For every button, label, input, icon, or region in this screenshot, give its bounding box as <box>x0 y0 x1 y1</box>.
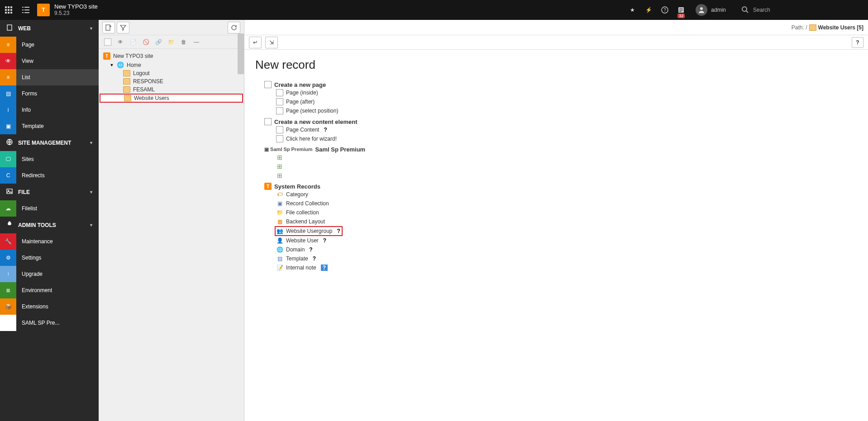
module-item-list[interactable]: ≡List <box>0 69 99 85</box>
record-item[interactable]: ▦Backend Layout <box>255 217 857 226</box>
module-icon: ≡ <box>0 37 16 53</box>
collection-icon: ▣ <box>276 200 283 207</box>
record-item[interactable]: Page Content? <box>255 125 857 134</box>
help-icon[interactable]: ? <box>337 228 340 234</box>
module-group-header[interactable]: FILE▾ <box>0 184 99 200</box>
record-category[interactable]: Create a new content element <box>255 118 857 125</box>
context-help-button[interactable]: ? <box>852 37 863 48</box>
tree-node-website-users[interactable]: Website Users <box>100 94 243 103</box>
chevron-down-icon: ▾ <box>90 140 92 145</box>
svg-rect-24 <box>7 25 12 30</box>
tree-action-link[interactable]: 🔗 <box>153 37 164 47</box>
link-icon: 🔗 <box>155 38 162 46</box>
module-item-page[interactable]: ≡Page <box>0 37 99 53</box>
refresh-tree-button[interactable] <box>228 22 240 33</box>
help-icon[interactable]: ? <box>323 237 326 244</box>
tree-action-folder[interactable]: 📁 <box>166 37 176 47</box>
tree-action-view[interactable]: 👁 <box>115 37 126 47</box>
tree-action-disable[interactable]: 🚫 <box>140 37 151 47</box>
module-group-header[interactable]: SITE MANAGEMENT▾ <box>0 134 99 151</box>
content-icon <box>276 126 283 133</box>
typo3-logo-icon: T <box>37 4 50 16</box>
module-item-environment[interactable]: ≣Environment <box>0 282 99 298</box>
breadcrumb: Path: / Website Users [5] <box>792 24 863 31</box>
export-button[interactable]: ⇲ <box>265 37 278 48</box>
record-item[interactable]: ▣Record Collection <box>255 199 857 208</box>
module-item-forms[interactable]: ▤Forms <box>0 85 99 102</box>
tree-node-response[interactable]: RESPONSE <box>100 77 243 85</box>
record-item[interactable]: ⊞ <box>255 171 857 180</box>
svg-rect-14 <box>24 12 29 13</box>
record-category[interactable]: TSystem Records <box>255 183 857 190</box>
record-item[interactable]: 🏷Category <box>255 190 857 199</box>
help-button[interactable]: ? <box>657 0 673 20</box>
tree-home[interactable]: ▼ 🌐 Home <box>100 61 243 69</box>
module-item-template[interactable]: ▣Template <box>0 118 99 134</box>
tree-action-delete[interactable]: 🗑 <box>178 37 189 47</box>
module-item-extensions[interactable]: 📦Extensions <box>0 298 99 315</box>
module-icon: 🔧 <box>0 233 16 250</box>
svg-rect-12 <box>24 9 29 10</box>
module-item-saml-sp-pre-[interactable]: ◐SAML SP Pre... <box>0 315 99 331</box>
page-icon <box>276 89 283 96</box>
collapse-icon[interactable]: ▼ <box>110 63 114 67</box>
record-item[interactable]: 🌐Domain? <box>255 245 857 254</box>
modules-list-icon[interactable] <box>17 0 34 20</box>
bookmark-button[interactable]: ★ <box>624 0 640 20</box>
module-item-maintenance[interactable]: 🔧Maintenance <box>0 233 99 250</box>
module-item-settings[interactable]: ⚙Settings <box>0 250 99 266</box>
flash-button[interactable]: ⚡ <box>640 0 657 20</box>
site-logo-block[interactable]: T New TYPO3 site 9.5.23 <box>34 4 102 16</box>
module-item-info[interactable]: iInfo <box>0 102 99 118</box>
filter-button[interactable] <box>117 22 129 33</box>
record-item[interactable]: Page (inside) <box>255 88 857 97</box>
search-icon <box>741 6 749 14</box>
help-icon[interactable]: ? <box>309 246 312 253</box>
tree-node-logout[interactable]: Logout <box>100 69 243 77</box>
tree-action-copy[interactable]: 📄 <box>128 37 138 47</box>
record-item[interactable]: Click here for wizard! <box>255 134 857 143</box>
search-input[interactable]: Search <box>732 6 868 14</box>
notifications-button[interactable]: 32 <box>673 0 689 20</box>
tmpl-icon: ▤ <box>276 255 283 262</box>
module-group-header[interactable]: WEB▾ <box>0 20 99 37</box>
svg-rect-1 <box>8 6 10 8</box>
record-item[interactable]: 👥Website Usergroup? <box>275 226 343 236</box>
record-item[interactable]: 📝Internal note? <box>255 263 857 272</box>
module-group-header[interactable]: ADMIN TOOLS▾ <box>0 217 99 233</box>
group-icon <box>6 188 13 196</box>
record-item[interactable]: Page (after) <box>255 97 857 106</box>
tree-action-new[interactable] <box>102 37 113 47</box>
tree-root[interactable]: T New TYPO3 site <box>100 52 243 61</box>
new-content-icon <box>264 118 272 125</box>
user-menu[interactable]: admin <box>689 4 732 16</box>
module-item-view[interactable]: 👁View <box>0 53 99 69</box>
record-category[interactable]: ▣ Saml Sp Premium Saml Sp Premium <box>255 146 857 153</box>
record-item[interactable]: Page (select position) <box>255 106 857 115</box>
record-item[interactable]: ▤Template? <box>255 254 857 263</box>
tree-root-label: New TYPO3 site <box>113 53 153 59</box>
modules-grid-icon[interactable] <box>0 0 17 20</box>
new-page-button[interactable] <box>102 22 115 33</box>
help-icon[interactable]: ? <box>321 265 328 271</box>
group-icon <box>6 139 13 147</box>
module-item-upgrade[interactable]: ↑Upgrade <box>0 266 99 282</box>
help-icon[interactable]: ? <box>324 127 327 133</box>
module-icon: ≣ <box>0 282 16 298</box>
tree-action-divider[interactable]: — <box>191 37 202 47</box>
module-icon: ≡ <box>0 69 16 85</box>
module-item-redirects[interactable]: CRedirects <box>0 167 99 184</box>
module-item-filelist[interactable]: ☁Filelist <box>0 200 99 217</box>
record-item[interactable]: ⊞ <box>255 153 857 162</box>
folder-icon <box>123 70 130 76</box>
record-item[interactable]: ⊞ <box>255 162 857 171</box>
record-item[interactable]: 👤Website User? <box>255 236 857 245</box>
svg-rect-6 <box>5 12 7 14</box>
help-icon[interactable]: ? <box>313 255 316 262</box>
module-item-sites[interactable]: 🖵Sites <box>0 151 99 167</box>
tree-node-fesaml[interactable]: FESAML <box>100 85 243 94</box>
back-button[interactable]: ↵ <box>249 37 262 48</box>
record-item[interactable]: 📁File collection <box>255 208 857 217</box>
record-category[interactable]: Create a new page <box>255 81 857 88</box>
pagetree-actionbar: 👁 📄 🚫 🔗 📁 🗑 — <box>99 35 244 49</box>
